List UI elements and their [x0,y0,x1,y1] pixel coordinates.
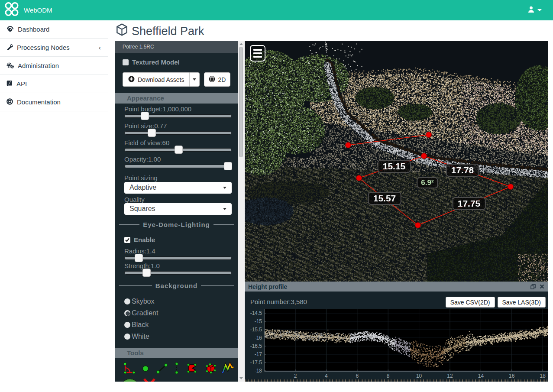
slider-handle[interactable] [224,162,232,170]
download-assets-button[interactable]: Download Assets [123,72,189,87]
radio-icon[interactable] [124,310,130,316]
height-profile-title: Height profile [248,283,527,290]
edl-radius-slider-group: Radius:1.4 [124,247,232,260]
sidebar-item-label: Documentation [17,98,61,106]
x-axis-tick-label: 4 [325,373,328,379]
field-of-view-slider-group: Field of view:60 [124,139,232,152]
point-sizing-select[interactable]: Adaptive [124,182,232,194]
quality-select[interactable]: Squares [124,203,232,215]
field-of-view-slider[interactable] [124,148,232,152]
clip-volume-tool-icon[interactable] [122,378,138,382]
y-axis-tick-label: -16.5 [245,343,262,349]
book-icon [6,80,13,88]
brand-name: WebODM [24,6,52,14]
distance-label: 15.15 [378,160,411,173]
area-tool-icon[interactable] [185,362,199,376]
user-icon [528,6,534,14]
opacity-slider[interactable] [124,165,232,168]
background-radio-black[interactable]: Black [124,321,149,329]
point-sizing-label: Point sizing [124,174,158,181]
collapse-chevron-icon[interactable]: ‹ [99,44,101,51]
radio-icon[interactable] [124,334,130,340]
edl-strength-slider-group: Strength:1.0 [124,262,232,275]
profile-tool-icon[interactable] [221,362,234,376]
dashboard-icon [6,26,14,33]
potree-panel-scrollbar[interactable] [238,41,244,382]
sidebar-item-processing-nodes[interactable]: Processing Nodes ‹ [0,39,108,57]
radio-label: Skybox [132,298,154,305]
sidebar-item-documentation[interactable]: Documentation [0,93,108,111]
brand[interactable]: WebODM [0,1,52,19]
caret-down-icon [193,78,196,81]
quality-label: Quality [124,196,145,203]
x-axis-tick-label: 18 [540,373,546,379]
sidebar-item-label: Processing Nodes [17,44,70,51]
gears-icon [6,62,14,70]
point-size-slider[interactable] [124,131,232,135]
remove-clip-tool-icon[interactable] [142,378,157,382]
point-budget-slider[interactable] [124,114,232,118]
slider-handle[interactable] [175,146,183,154]
point-size-slider-group: Point size:0.77 [124,122,232,135]
tools-section-header[interactable]: Tools [115,348,238,358]
edl-enable-checkbox[interactable] [124,237,130,243]
scroll-up-arrow-icon[interactable] [239,43,243,45]
view-2d-button[interactable]: 2D [204,72,230,87]
height-profile-chart[interactable] [264,309,548,372]
x-axis-tick-label: 16 [509,373,514,379]
angle-tool-icon[interactable] [122,362,136,376]
height-tool-icon[interactable] [172,362,181,376]
3d-viewer[interactable]: 15.1517.7815.5717.756.9² Height profile … [245,41,548,382]
close-icon[interactable] [540,284,544,289]
distance-tool-icon[interactable] [155,362,168,376]
top-navbar: WebODM [0,0,553,20]
slider-handle[interactable] [135,254,143,262]
textured-model-toggle[interactable]: Textured Model [123,58,180,66]
sidebar-item-administration[interactable]: Administration [0,57,108,75]
slider-handle[interactable] [142,269,151,277]
edl-radius-slider[interactable] [124,256,232,260]
page-title: Sheffield Park [116,23,204,39]
y-axis-tick-label: -16 [245,335,262,341]
point-budget-slider-group: Point budget:1,000,000 [124,105,232,118]
restore-window-icon[interactable] [530,284,536,289]
x-axis-tick-label: 10 [416,373,422,379]
edl-enable-toggle[interactable]: Enable [124,236,155,243]
user-menu[interactable] [528,0,542,20]
hamburger-icon [253,49,262,58]
distance-label: 15.57 [368,192,401,205]
y-axis-tick-label: -17.5 [245,360,262,366]
caret-down-icon [223,187,226,189]
save-las-button[interactable]: Save LAS(3D) [498,297,546,308]
edl-strength-slider[interactable] [124,271,232,275]
x-axis-tick-label: 8 [387,373,390,379]
profile-panel-resize-edge[interactable] [245,379,548,382]
distance-label: 17.75 [453,197,486,210]
background-radio-white[interactable]: White [124,333,149,340]
download-assets-dropdown-button[interactable] [189,72,200,87]
slider-handle[interactable] [141,112,149,120]
textured-model-checkbox[interactable] [123,59,129,65]
y-axis-tick-label: -14.5 [245,310,262,316]
slider-handle[interactable] [148,129,156,137]
radio-icon[interactable] [124,322,130,328]
background-radio-gradient[interactable]: Gradient [124,309,158,317]
sidebar-item-api[interactable]: API [0,75,108,93]
scrollbar-thumb[interactable] [239,47,243,157]
y-axis-tick-label: -15 [245,318,262,324]
height-profile-titlebar[interactable]: Height profile [245,282,548,292]
background-radio-skybox[interactable]: Skybox [124,298,154,305]
sidebar-item-dashboard[interactable]: Dashboard [0,20,108,39]
viewer-menu-button[interactable] [250,45,265,62]
area-label: 6.9² [417,177,438,188]
volume-tool-icon[interactable] [203,362,217,376]
radio-label: White [132,333,149,340]
radio-icon[interactable] [124,298,130,305]
scroll-down-arrow-icon[interactable] [239,377,243,379]
appearance-section-header[interactable]: Appearance [115,93,238,104]
y-axis-tick-label: -15.5 [245,327,262,333]
x-axis-tick-label: 2 [294,373,297,379]
point-tool-icon[interactable] [139,362,152,376]
edl-section-legend: Eye-Dome-Lighting [119,221,234,228]
save-csv-button[interactable]: Save CSV(2D) [446,297,495,308]
